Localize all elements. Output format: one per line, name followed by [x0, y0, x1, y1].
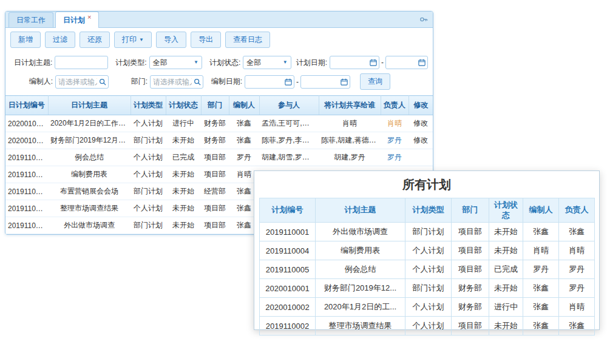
table-row[interactable]: 2020010001财务部门2019年12...部门计划财务部未开始张鑫罗丹: [260, 279, 595, 298]
table-cell: 孟浩,王可可,肖晴,张鑫: [259, 115, 319, 132]
table-row[interactable]: 2019110001外出做市场调查部门计划项目部未开始张鑫张鑫: [260, 223, 595, 241]
table-cell[interactable]: 罗丹: [381, 149, 409, 166]
table-cell[interactable]: 2019110002: [5, 200, 48, 217]
column-header[interactable]: 计划类型: [405, 198, 452, 223]
table-cell: 2020年1月2日的工...: [316, 298, 405, 317]
plan-status-select[interactable]: 全部 ▼: [243, 56, 291, 69]
table-cell[interactable]: 2020年1月2日的工作日...: [48, 115, 131, 132]
column-header[interactable]: 参与人: [259, 96, 319, 115]
column-header[interactable]: 计划状态: [489, 198, 523, 223]
column-header[interactable]: 日计划主题: [48, 96, 131, 115]
print-button[interactable]: 打印 ▼: [114, 32, 152, 48]
button-label: 过滤: [53, 35, 67, 45]
table-cell[interactable]: 2019110003: [5, 183, 48, 200]
column-header[interactable]: 计划编号: [260, 198, 316, 223]
table-cell: 个人计划: [405, 317, 452, 335]
tab-daily-work[interactable]: 日常工作: [8, 12, 53, 27]
column-header[interactable]: 计划状态: [166, 96, 201, 115]
table-cell[interactable]: 2019110004: [5, 166, 48, 183]
table-cell: 部门计划: [131, 132, 166, 149]
query-button[interactable]: 查询: [360, 73, 390, 90]
caret-down-icon: ▼: [283, 60, 288, 65]
export-button[interactable]: 导出: [191, 32, 221, 48]
table-cell[interactable]: 2020010002: [5, 115, 48, 132]
table-cell[interactable]: 罗丹: [381, 132, 409, 149]
column-header[interactable]: 负责人: [559, 198, 595, 223]
table-cell[interactable]: 整理市场调查结果: [48, 200, 131, 217]
table-cell: 胡建,罗丹: [319, 149, 381, 166]
column-header[interactable]: 计划类型: [131, 96, 166, 115]
table-row[interactable]: 20200100022020年1月2日的工...个人计划财务部进行中张鑫肖晴: [260, 298, 595, 317]
table-cell[interactable]: 2019110005: [5, 149, 48, 166]
table-cell: 项目部: [201, 166, 229, 183]
compile-date-label: 编制日期:: [208, 76, 242, 87]
tab-close-icon[interactable]: ×: [87, 13, 91, 21]
table-cell: 个人计划: [131, 200, 166, 217]
table-cell: 编制费用表: [316, 241, 405, 260]
table-cell[interactable]: 2019110001: [5, 217, 48, 234]
table-cell[interactable]: 编制费用表: [48, 166, 131, 183]
plan-type-select[interactable]: 全部 ▼: [149, 56, 202, 69]
column-header[interactable]: 日计划编号: [5, 96, 48, 115]
table-cell: 进行中: [489, 298, 523, 317]
author-picker: [55, 75, 109, 89]
calendar-icon[interactable]: [418, 59, 426, 66]
table-row[interactable]: 2019110004编制费用表个人计划项目部未开始肖晴肖晴: [260, 241, 595, 260]
calendar-icon[interactable]: [370, 59, 377, 66]
table-cell: 个人计划: [131, 115, 166, 132]
table-row[interactable]: 20200100022020年1月2日的工作日...个人计划进行中财务部张鑫孟浩…: [5, 115, 433, 132]
table-cell: 张鑫: [523, 223, 559, 241]
table-cell: 已完成: [166, 149, 201, 166]
new-button[interactable]: 新增: [10, 32, 41, 48]
subject-input[interactable]: [55, 56, 108, 69]
search-icon[interactable]: [194, 78, 201, 86]
button-label: 导入: [164, 35, 178, 45]
column-header[interactable]: 修改: [409, 96, 433, 115]
column-header[interactable]: 部门: [201, 96, 229, 115]
table-cell: 罗丹: [229, 149, 259, 166]
table-cell: 项目部: [452, 223, 489, 241]
table-cell: 个人计划: [131, 149, 166, 166]
search-icon[interactable]: [99, 78, 106, 86]
calendar-icon[interactable]: [285, 78, 292, 86]
table-cell[interactable]: 肖晴: [381, 115, 409, 132]
table-cell: 财务部: [452, 298, 489, 317]
view-log-button[interactable]: 查看日志: [225, 32, 270, 48]
table-cell: 2020010001: [260, 279, 316, 298]
column-header[interactable]: 将计划共享给谁: [319, 96, 381, 115]
column-header[interactable]: 负责人: [381, 96, 409, 115]
table-cell: 罗丹: [523, 260, 559, 279]
table-cell[interactable]: 例会总结: [48, 149, 131, 166]
tab-label: 日计划: [63, 15, 85, 25]
table-cell[interactable]: 财务部门2019年12月的...: [48, 132, 131, 149]
table-cell: 未开始: [489, 317, 523, 335]
table-cell[interactable]: 修改: [409, 115, 433, 132]
filter-row-1: 日计划主题: 计划类型: 全部 ▼ 计划状态: 全部 ▼ 计划日期: -: [10, 56, 428, 69]
all-plans-title: 所有计划: [254, 177, 599, 193]
table-cell: 未开始: [166, 166, 201, 183]
table-cell: 项目部: [452, 260, 489, 279]
table-row[interactable]: 2019110002整理市场调查结果个人计划项目部未开始张鑫张鑫: [260, 317, 595, 335]
table-cell[interactable]: 外出做市场调查: [48, 217, 131, 234]
date-range-separator: -: [381, 58, 384, 67]
calendar-icon[interactable]: [341, 78, 348, 86]
column-header[interactable]: 部门: [452, 198, 489, 223]
table-cell: 经营部: [201, 183, 229, 200]
column-header[interactable]: 编制人: [229, 96, 259, 115]
column-header[interactable]: 计划主题: [316, 198, 405, 223]
tab-daily-plan[interactable]: 日计划 ×: [55, 12, 99, 28]
table-cell[interactable]: 布置营销展会会场: [48, 183, 131, 200]
import-button[interactable]: 导入: [156, 32, 186, 48]
table-cell: 张鑫: [523, 317, 559, 335]
table-row[interactable]: 2019110005例会总结个人计划已完成项目部罗丹胡建,胡雪,罗丹,任晓...…: [5, 149, 433, 166]
key-icon[interactable]: [419, 15, 428, 26]
author-label: 编制人:: [10, 76, 53, 87]
table-cell: 个人计划: [405, 241, 452, 260]
restore-button[interactable]: 还原: [80, 32, 110, 48]
column-header[interactable]: 编制人: [523, 198, 559, 223]
table-cell[interactable]: 2020010001: [5, 132, 48, 149]
table-row[interactable]: 2020010001财务部门2019年12月的...部门计划未开始财务部张鑫陈菲…: [5, 132, 433, 149]
table-cell[interactable]: 修改: [409, 132, 433, 149]
filter-button[interactable]: 过滤: [45, 32, 75, 48]
table-row[interactable]: 2019110005例会总结个人计划项目部已完成罗丹罗丹: [260, 260, 595, 279]
